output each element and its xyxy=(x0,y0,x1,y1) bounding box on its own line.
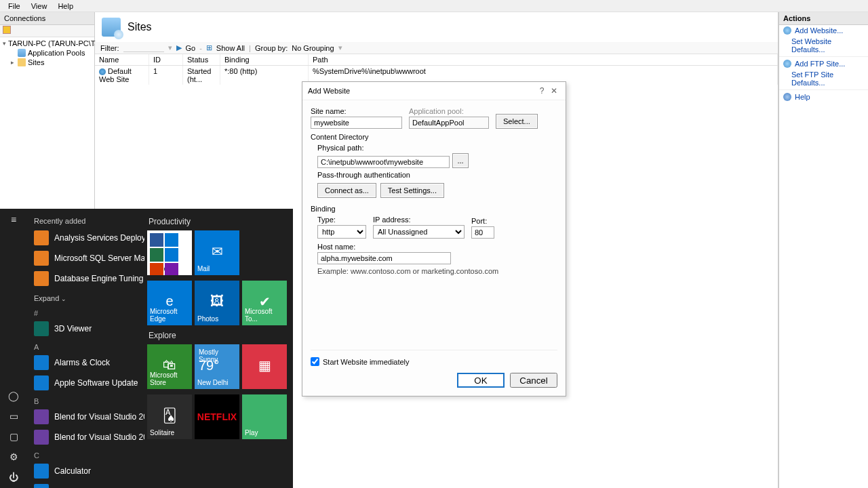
tree-app-pools[interactable]: Application Pools xyxy=(1,48,93,58)
page-title-bar: Sites xyxy=(95,12,778,42)
list-item[interactable]: Database Engine Tuning Advisor 18 xyxy=(27,268,144,289)
host-name-input[interactable] xyxy=(317,252,451,264)
group-by-label: Group by: xyxy=(255,44,288,52)
col-path[interactable]: Path xyxy=(309,54,778,65)
explore-header[interactable]: Explore xyxy=(149,331,289,340)
letter-header[interactable]: C xyxy=(27,447,144,461)
connections-tree: ▾TARUN-PC (TARUN-PC\Tarun Application Po… xyxy=(0,37,94,68)
col-status[interactable]: Status xyxy=(183,54,220,65)
list-item[interactable]: Blend for Visual Studio 2019 Preview xyxy=(27,427,144,447)
col-id[interactable]: ID xyxy=(149,54,183,65)
physical-path-input[interactable] xyxy=(317,156,450,168)
action-help[interactable]: Help xyxy=(779,92,868,102)
dialog-titlebar[interactable]: Add Website ?✕ xyxy=(302,82,566,100)
list-item[interactable]: Alarms & Clock xyxy=(27,352,144,373)
tile-solitaire[interactable]: 🂡Solitaire xyxy=(147,394,192,439)
sites-icon xyxy=(18,58,26,66)
page-title: Sites xyxy=(127,21,152,33)
tile-news[interactable]: ▦ xyxy=(242,344,287,389)
expand-button[interactable]: Expand ⌄ xyxy=(27,289,144,305)
app-pools-icon xyxy=(18,49,26,57)
type-select[interactable]: http xyxy=(317,225,366,239)
start-tiles: Productivity Office ✉Mail eMicrosoft Edg… xyxy=(144,209,293,488)
list-item[interactable]: Microsoft SQL Server Management... xyxy=(27,248,144,268)
site-icon xyxy=(99,68,106,75)
start-rail: ≡ ◯ ▭ ▢ ⚙ ⏻ xyxy=(0,209,27,488)
action-site-defaults[interactable]: Set Website Defaults... xyxy=(779,36,868,55)
start-immediately-label: Start Website immediately xyxy=(323,358,410,366)
passthrough-label: Pass-through authentication xyxy=(317,171,557,179)
test-settings-button[interactable]: Test Settings... xyxy=(380,183,444,198)
select-button[interactable]: Select... xyxy=(496,114,538,129)
documents-icon[interactable]: ▭ xyxy=(8,411,19,422)
settings-icon[interactable]: ⚙ xyxy=(8,451,19,462)
tile-edge[interactable]: eMicrosoft Edge xyxy=(147,281,192,325)
host-example: Example: www.contoso.com or marketing.co… xyxy=(317,267,557,275)
hamburger-icon[interactable]: ≡ xyxy=(8,214,19,225)
ip-label: IP address: xyxy=(373,216,465,224)
list-item[interactable]: Calendar xyxy=(27,481,144,488)
actions-header: Actions xyxy=(779,12,868,25)
tile-mail[interactable]: ✉Mail xyxy=(195,230,239,275)
help-icon xyxy=(783,93,791,101)
tile-store[interactable]: 🛍Microsoft Store xyxy=(147,344,192,389)
menu-help[interactable]: Help xyxy=(52,1,79,12)
menu-file[interactable]: File xyxy=(3,1,26,12)
cancel-button[interactable]: Cancel xyxy=(510,373,557,388)
list-item[interactable]: Blend for Visual Studio 2019 xyxy=(27,407,144,427)
site-name-input[interactable] xyxy=(311,117,402,129)
action-add-website[interactable]: Add Website... xyxy=(779,25,868,36)
add-website-dialog: Add Website ?✕ Site name: Application po… xyxy=(302,81,566,396)
show-all-button[interactable]: Show All xyxy=(216,44,245,52)
tree-sites[interactable]: ▸Sites xyxy=(1,58,93,67)
list-item[interactable]: Analysis Services Deployment Wizar... xyxy=(27,228,144,248)
globe-icon xyxy=(783,60,791,68)
list-item[interactable]: 3D Viewer xyxy=(27,319,144,339)
group-by-value[interactable]: No Grouping xyxy=(292,44,334,52)
check-icon: ✔ xyxy=(259,293,271,310)
table-header: Name ID Status Binding Path xyxy=(95,54,778,66)
start-immediately-checkbox[interactable] xyxy=(311,357,319,366)
ip-select[interactable]: All Unassigned xyxy=(373,225,465,239)
actions-panel: Actions Add Website... Set Website Defau… xyxy=(778,12,868,488)
go-button[interactable]: Go xyxy=(186,44,196,52)
tile-play[interactable]: Play xyxy=(242,394,287,439)
list-item[interactable]: Calculator xyxy=(27,461,144,481)
tree-root[interactable]: ▾TARUN-PC (TARUN-PC\Tarun xyxy=(1,39,93,48)
col-name[interactable]: Name xyxy=(95,54,149,65)
menu-view[interactable]: View xyxy=(26,1,53,12)
dialog-help-icon[interactable]: ? xyxy=(536,86,548,96)
filter-input[interactable] xyxy=(123,43,164,52)
port-input[interactable] xyxy=(471,226,494,239)
browse-button[interactable]: ... xyxy=(452,153,469,168)
host-name-label: Host name: xyxy=(317,243,557,251)
col-binding[interactable]: Binding xyxy=(220,54,309,65)
tile-photos[interactable]: 🖼Photos xyxy=(195,281,239,325)
action-ftp-defaults[interactable]: Set FTP Site Defaults... xyxy=(779,69,868,88)
letter-header[interactable]: A xyxy=(27,339,144,352)
site-name-label: Site name: xyxy=(311,107,402,115)
binding-label: Binding xyxy=(311,205,557,213)
start-app-list[interactable]: Recently added Analysis Services Deploym… xyxy=(27,209,144,488)
letter-header[interactable]: # xyxy=(27,305,144,319)
connections-toolbar[interactable] xyxy=(0,25,94,37)
photos-icon: 🖼 xyxy=(210,293,224,309)
power-icon[interactable]: ⏻ xyxy=(8,472,19,483)
news-icon: ▦ xyxy=(258,357,271,373)
tile-todo[interactable]: ✔Microsoft To... xyxy=(242,281,287,325)
connect-as-button[interactable]: Connect as... xyxy=(317,183,376,198)
tile-netflix[interactable]: NETFLIX xyxy=(195,394,239,439)
user-icon[interactable]: ◯ xyxy=(8,390,19,401)
tile-office[interactable]: Office xyxy=(147,230,192,275)
letter-header[interactable]: B xyxy=(27,393,144,407)
action-add-ftp[interactable]: Add FTP Site... xyxy=(779,58,868,69)
close-icon[interactable]: ✕ xyxy=(548,86,560,96)
tile-weather[interactable]: Mostly Sunny79°New Delhi xyxy=(195,344,239,389)
card-icon: 🂡 xyxy=(163,407,176,424)
list-item[interactable]: Apple Software Update xyxy=(27,373,144,393)
ok-button[interactable]: OK xyxy=(457,373,505,388)
edge-icon: e xyxy=(165,293,173,309)
filter-label: Filter: xyxy=(100,44,119,52)
productivity-header[interactable]: Productivity xyxy=(149,217,289,226)
pictures-icon[interactable]: ▢ xyxy=(8,431,19,442)
